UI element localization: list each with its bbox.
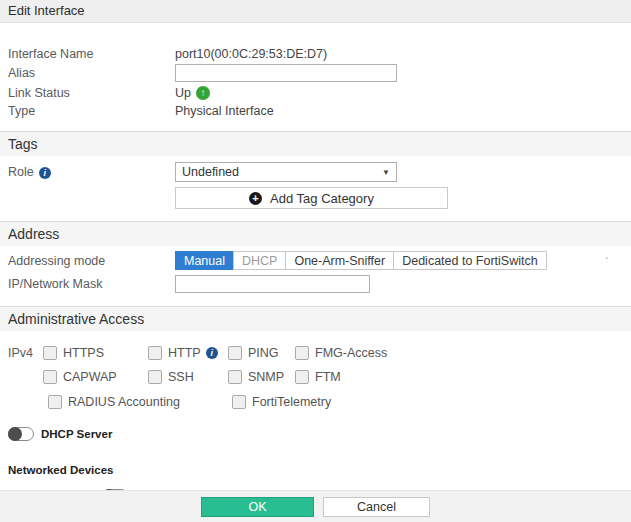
checkbox-snmp[interactable]: SNMP (228, 370, 295, 384)
snmp-label: SNMP (248, 370, 284, 384)
add-tag-category-button[interactable]: + Add Tag Category (175, 187, 448, 209)
http-info-icon[interactable]: i (206, 347, 218, 359)
edit-interface-dialog: Edit Interface Interface Name port10(00:… (0, 0, 631, 522)
ip-mask-label: IP/Network Mask (8, 277, 175, 291)
http-checkbox[interactable] (148, 346, 162, 360)
ip-mask-row: IP/Network Mask (0, 274, 631, 294)
role-label-text: Role (8, 165, 34, 179)
addressing-mode-label: Addressing mode (8, 254, 175, 268)
dhcp-server-toggle[interactable] (8, 427, 34, 441)
ipv4-label: IPv4 (8, 346, 43, 360)
checkbox-fortitelemetry[interactable]: FortiTelemetry (232, 395, 331, 409)
ok-button[interactable]: OK (201, 497, 314, 517)
checkbox-http[interactable]: HTTP i (148, 346, 228, 360)
role-select[interactable]: Undefined ▼ (175, 162, 397, 182)
checkbox-ping[interactable]: PING (228, 346, 295, 360)
https-label: HTTPS (63, 346, 104, 360)
dialog-title: Edit Interface (0, 0, 631, 23)
role-row: Rolei Undefined ▼ (0, 162, 631, 182)
role-label: Rolei (8, 165, 175, 180)
interface-name-row: Interface Name port10(00:0C:29:53:DE:D7) (0, 45, 631, 62)
https-checkbox[interactable] (43, 346, 57, 360)
mode-dhcp-button[interactable]: DHCP (233, 251, 286, 270)
plus-icon: + (249, 192, 262, 205)
dhcp-server-toggle-knob (8, 427, 22, 441)
link-up-icon: ↑ (196, 86, 210, 100)
checkbox-capwap[interactable]: CAPWAP (43, 370, 148, 384)
ipv4-access-row-2: CAPWAP SSH SNMP FTM (35, 369, 631, 385)
checkbox-ftm[interactable]: FTM (295, 370, 341, 384)
radius-accounting-label: RADIUS Accounting (68, 395, 180, 409)
dhcp-server-label: DHCP Server (41, 428, 112, 440)
snmp-checkbox[interactable] (228, 370, 242, 384)
ftm-label: FTM (315, 370, 341, 384)
type-value: Physical Interface (175, 104, 274, 118)
dialog-footer: OK Cancel (0, 490, 631, 522)
admin-access-section-header: Administrative Access (0, 306, 631, 331)
mode-manual-button[interactable]: Manual (175, 251, 234, 270)
ftm-checkbox[interactable] (295, 370, 309, 384)
dhcp-server-row: DHCP Server (0, 427, 631, 441)
capwap-label: CAPWAP (63, 370, 117, 384)
address-section-header: Address (0, 221, 631, 246)
alias-input[interactable] (175, 64, 397, 82)
role-selected-value: Undefined (182, 165, 239, 179)
checkbox-https[interactable]: HTTPS (43, 346, 148, 360)
radius-accounting-checkbox[interactable] (48, 395, 62, 409)
link-status-label: Link Status (8, 86, 175, 100)
addressing-mode-segmented-control: Manual DHCP One-Arm-Sniffer Dedicated to… (175, 251, 547, 270)
cancel-button[interactable]: Cancel (323, 497, 430, 517)
networked-devices-title: Networked Devices (0, 464, 631, 476)
mode-dedicated-fortiswitch-button[interactable]: Dedicated to FortiSwitch (393, 251, 546, 270)
alias-label: Alias (8, 66, 175, 80)
capwap-checkbox[interactable] (43, 370, 57, 384)
ssh-checkbox[interactable] (148, 370, 162, 384)
ssh-label: SSH (168, 370, 194, 384)
ipv4-access-row-3: RADIUS Accounting FortiTelemetry (40, 394, 631, 410)
fortitelemetry-checkbox[interactable] (232, 395, 246, 409)
ping-checkbox[interactable] (228, 346, 242, 360)
link-status-value: Up (175, 86, 191, 100)
http-label: HTTP (168, 346, 201, 360)
stray-dot: . (605, 248, 608, 262)
ipv4-access-row-1: IPv4 HTTPS HTTP i PING FMG-Access (0, 345, 631, 361)
alias-row: Alias (0, 63, 631, 83)
addressing-mode-row: Addressing mode Manual DHCP One-Arm-Snif… (0, 251, 631, 270)
checkbox-ssh[interactable]: SSH (148, 370, 228, 384)
mode-one-arm-sniffer-button[interactable]: One-Arm-Sniffer (285, 251, 394, 270)
type-label: Type (8, 104, 175, 118)
interface-name-value: port10(00:0C:29:53:DE:D7) (175, 47, 327, 61)
ip-mask-input[interactable] (175, 275, 370, 293)
interface-name-label: Interface Name (8, 47, 175, 61)
chevron-down-icon: ▼ (382, 168, 390, 177)
checkbox-fmg-access[interactable]: FMG-Access (295, 346, 387, 360)
add-tag-category-label: Add Tag Category (270, 191, 374, 206)
checkbox-radius-accounting[interactable]: RADIUS Accounting (48, 395, 232, 409)
link-status-row: Link Status Up ↑ (0, 84, 631, 102)
fmg-access-label: FMG-Access (315, 346, 387, 360)
ping-label: PING (248, 346, 279, 360)
role-info-icon[interactable]: i (39, 167, 51, 179)
fmg-access-checkbox[interactable] (295, 346, 309, 360)
type-row: Type Physical Interface (0, 102, 631, 119)
add-tag-row: + Add Tag Category (0, 187, 631, 209)
fortitelemetry-label: FortiTelemetry (252, 395, 331, 409)
tags-section-header: Tags (0, 131, 631, 156)
